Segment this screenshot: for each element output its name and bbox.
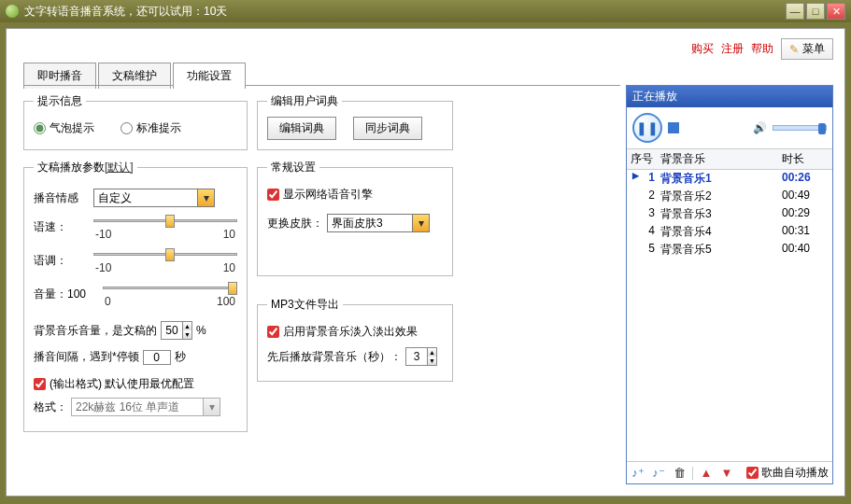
player-header: 正在播放	[627, 86, 832, 107]
titlebar: 文字转语音播音系统，还可以试用：10天 — □ ✕	[0, 0, 851, 22]
window-title: 文字转语音播音系统，还可以试用：10天	[24, 4, 786, 20]
move-up-icon[interactable]: ▲	[699, 466, 714, 481]
top-links: 购买 注册 帮助 ✎ 菜单	[691, 38, 833, 60]
spin-up-icon[interactable]: ▲	[428, 348, 436, 357]
default-link[interactable]: [默认]	[105, 160, 134, 175]
add-track-icon[interactable]: ♪⁺	[631, 466, 645, 481]
chevron-down-icon: ▾	[412, 215, 429, 231]
register-link[interactable]: 注册	[721, 41, 744, 57]
sync-dict-button[interactable]: 同步词典	[353, 117, 422, 140]
interval-label: 播音间隔，遇到*停顿	[34, 349, 139, 365]
track-row[interactable]: 4背景音乐400:31	[627, 223, 832, 241]
volume-icon[interactable]: 🔊	[753, 121, 767, 134]
params-group: 文稿播放参数[默认] 播音情感 自定义 ▾ 语速： -1010	[23, 160, 248, 432]
format-combo: 22k赫兹 16位 单声道 ▾	[71, 398, 220, 416]
speed-label: 语速：	[34, 219, 90, 235]
hint-legend: 提示信息	[34, 93, 86, 109]
radio-standard[interactable]: 标准提示	[121, 120, 181, 136]
spin-down-icon[interactable]: ▼	[428, 357, 436, 365]
tone-label: 语调：	[34, 253, 90, 269]
show-engine-checkbox[interactable]	[267, 189, 279, 201]
pencil-icon: ✎	[789, 43, 799, 56]
autoplay-checkbox[interactable]: 歌曲自动播放	[746, 465, 829, 481]
edit-dict-button[interactable]: 编辑词典	[267, 117, 336, 140]
bgvol-label: 背景音乐音量，是文稿的	[34, 323, 157, 339]
buy-link[interactable]: 购买	[691, 41, 714, 57]
radio-bubble[interactable]: 气泡提示	[34, 120, 94, 136]
help-link[interactable]: 帮助	[751, 41, 773, 57]
player-panel: 正在播放 ❚❚ 🔊 序号 背景音乐 时长 1背景音乐100:262背景音乐200…	[626, 85, 833, 484]
pause-button[interactable]: ❚❚	[632, 113, 662, 143]
emotion-label: 播音情感	[34, 190, 90, 206]
fade-checkbox[interactable]	[267, 326, 279, 338]
move-down-icon[interactable]: ▼	[719, 466, 734, 481]
remove-track-icon[interactable]: ♪⁻	[651, 466, 666, 481]
mp3-group: MP3文件导出 启用背景音乐淡入淡出效果 先后播放背景音乐（秒）： ▲▼	[257, 297, 453, 382]
menu-button[interactable]: ✎ 菜单	[781, 38, 833, 60]
player-footer: ♪⁺ ♪⁻ 🗑 ▲ ▼ 歌曲自动播放	[627, 461, 832, 483]
minimize-button[interactable]: —	[786, 3, 804, 20]
format-label: 格式：	[34, 399, 67, 415]
chevron-down-icon: ▾	[203, 399, 220, 415]
emotion-combo[interactable]: 自定义 ▾	[93, 189, 215, 207]
outformat-checkbox[interactable]	[34, 378, 46, 390]
volume-label: 音量：100	[34, 287, 99, 302]
track-row[interactable]: 3背景音乐300:29	[627, 205, 832, 223]
skin-combo[interactable]: 界面皮肤3 ▾	[327, 214, 430, 232]
preplay-spin[interactable]: ▲▼	[405, 347, 437, 366]
chevron-down-icon: ▾	[197, 189, 214, 206]
maximize-button[interactable]: □	[806, 3, 825, 20]
delete-icon[interactable]: 🗑	[672, 466, 687, 481]
speed-slider[interactable]	[93, 213, 237, 228]
track-row[interactable]: 5背景音乐500:40	[627, 241, 832, 259]
spin-down-icon[interactable]: ▼	[183, 330, 191, 339]
menu-label: 菜单	[802, 41, 825, 57]
bgvol-spin[interactable]: ▲▼	[161, 321, 192, 340]
spin-up-icon[interactable]: ▲	[183, 322, 191, 330]
dict-group: 编辑用户词典 编辑词典 同步词典	[257, 93, 453, 150]
preplay-label: 先后播放背景音乐（秒）：	[267, 349, 402, 365]
skin-label: 更换皮肤：	[267, 216, 323, 231]
track-row[interactable]: 2背景音乐200:49	[627, 188, 832, 205]
tone-slider[interactable]	[93, 246, 237, 261]
general-group: 常规设置 显示网络语音引擎 更换皮肤： 界面皮肤3 ▾	[257, 160, 453, 276]
stop-button[interactable]	[668, 122, 679, 133]
track-row[interactable]: 1背景音乐100:26	[627, 170, 832, 188]
hint-group: 提示信息 气泡提示 标准提示	[23, 93, 248, 150]
tab-settings[interactable]: 功能设置	[173, 63, 246, 89]
volume-bar[interactable]	[773, 125, 827, 131]
volume-slider[interactable]	[103, 280, 237, 295]
close-button[interactable]: ✕	[827, 3, 845, 20]
interval-input[interactable]	[143, 350, 171, 365]
track-header: 序号 背景音乐 时长	[627, 149, 832, 170]
track-list: 1背景音乐100:262背景音乐200:493背景音乐300:294背景音乐40…	[627, 170, 832, 461]
app-icon	[6, 5, 19, 18]
